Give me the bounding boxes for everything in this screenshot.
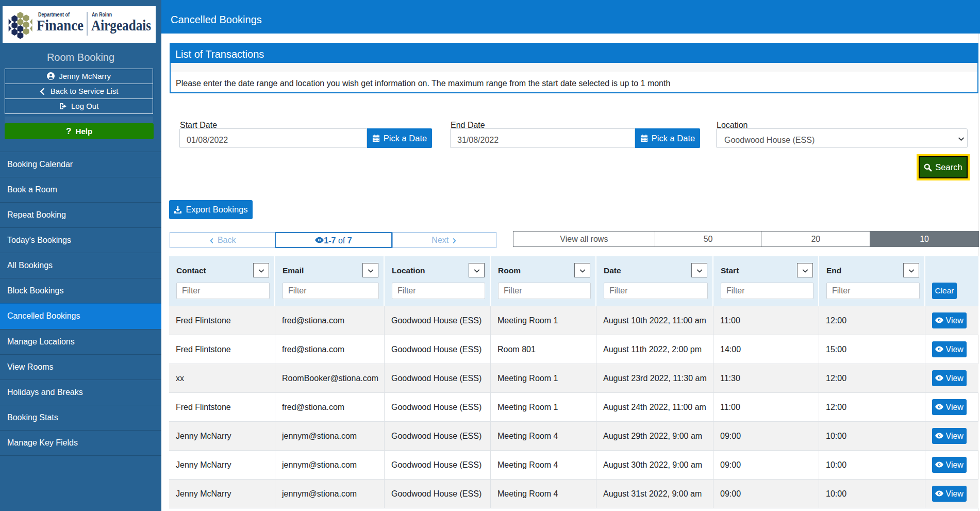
svg-text:Finance: Finance	[37, 17, 84, 34]
svg-text:Airgeadais: Airgeadais	[91, 17, 151, 34]
